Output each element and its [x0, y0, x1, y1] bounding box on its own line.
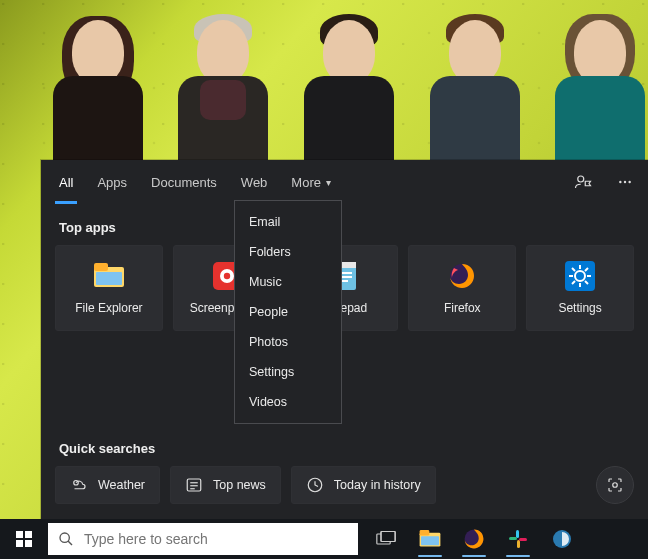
search-icon	[58, 531, 74, 547]
screenshot-search-button[interactable]	[596, 466, 634, 504]
chip-label: Top news	[213, 478, 266, 492]
taskbar-search[interactable]	[48, 523, 358, 555]
svg-rect-44	[421, 536, 439, 545]
search-tabs: All Apps Documents Web More ▾	[41, 160, 648, 204]
chevron-down-icon: ▾	[326, 177, 331, 188]
taskbar	[0, 519, 648, 559]
svg-rect-35	[16, 540, 23, 547]
app-tile-file-explorer[interactable]: File Explorer	[55, 245, 163, 331]
taskbar-app-generic[interactable]	[540, 519, 584, 559]
more-item-music[interactable]: Music	[235, 267, 341, 297]
svg-rect-46	[516, 530, 519, 538]
taskbar-app-file-explorer[interactable]	[408, 519, 452, 559]
taskbar-app-firefox[interactable]	[452, 519, 496, 559]
more-item-settings[interactable]: Settings	[235, 357, 341, 387]
taskbar-icons	[364, 519, 584, 559]
svg-rect-40	[381, 532, 395, 542]
svg-rect-43	[420, 530, 430, 536]
tab-more[interactable]: More ▾	[279, 160, 343, 204]
svg-point-3	[628, 181, 630, 183]
more-dropdown: Email Folders Music People Photos Settin…	[234, 200, 342, 424]
svg-point-32	[613, 483, 618, 488]
firefox-icon	[447, 261, 477, 291]
more-item-email[interactable]: Email	[235, 207, 341, 237]
quick-searches-section: Quick searches Weather Top news Today in…	[41, 441, 648, 504]
more-item-folders[interactable]: Folders	[235, 237, 341, 267]
weather-icon	[70, 476, 88, 494]
search-input[interactable]	[84, 531, 348, 547]
more-item-people[interactable]: People	[235, 297, 341, 327]
svg-point-9	[223, 273, 229, 279]
svg-rect-36	[25, 540, 32, 547]
more-item-videos[interactable]: Videos	[235, 387, 341, 417]
app-tile-settings[interactable]: Settings	[526, 245, 634, 331]
start-button[interactable]	[0, 519, 48, 559]
quick-weather[interactable]: Weather	[55, 466, 160, 504]
app-label: Firefox	[444, 301, 481, 315]
quick-searches-heading: Quick searches	[55, 441, 634, 456]
tab-more-label: More	[291, 175, 321, 190]
app-label: Settings	[558, 301, 601, 315]
svg-line-38	[68, 541, 72, 545]
top-apps-row: File Explorer Screenpresso Notepad Firef…	[41, 245, 648, 331]
svg-rect-5	[94, 263, 108, 271]
wallpaper-figures	[40, 0, 648, 170]
quick-top-news[interactable]: Top news	[170, 466, 281, 504]
search-panel: All Apps Documents Web More ▾ Top apps F…	[41, 160, 648, 520]
top-apps-heading: Top apps	[41, 204, 648, 245]
svg-rect-49	[519, 538, 527, 541]
svg-point-0	[578, 176, 584, 182]
app-tile-firefox[interactable]: Firefox	[408, 245, 516, 331]
history-icon	[306, 476, 324, 494]
quick-today-in-history[interactable]: Today in history	[291, 466, 436, 504]
feedback-icon[interactable]	[566, 165, 600, 199]
svg-point-2	[624, 181, 626, 183]
app-label: File Explorer	[75, 301, 142, 315]
tab-documents[interactable]: Documents	[139, 160, 229, 204]
svg-rect-33	[16, 531, 23, 538]
svg-point-1	[619, 181, 621, 183]
more-item-photos[interactable]: Photos	[235, 327, 341, 357]
svg-point-37	[60, 533, 69, 542]
task-view-button[interactable]	[364, 519, 408, 559]
svg-rect-48	[517, 540, 520, 548]
svg-rect-47	[509, 537, 517, 540]
chip-label: Weather	[98, 478, 145, 492]
taskbar-app-slack[interactable]	[496, 519, 540, 559]
chip-label: Today in history	[334, 478, 421, 492]
tab-apps[interactable]: Apps	[85, 160, 139, 204]
file-explorer-icon	[94, 261, 124, 291]
options-icon[interactable]	[608, 165, 642, 199]
svg-rect-34	[25, 531, 32, 538]
svg-rect-6	[96, 272, 122, 285]
settings-icon	[565, 261, 595, 291]
news-icon	[185, 476, 203, 494]
tab-all[interactable]: All	[47, 160, 85, 204]
tab-web[interactable]: Web	[229, 160, 280, 204]
